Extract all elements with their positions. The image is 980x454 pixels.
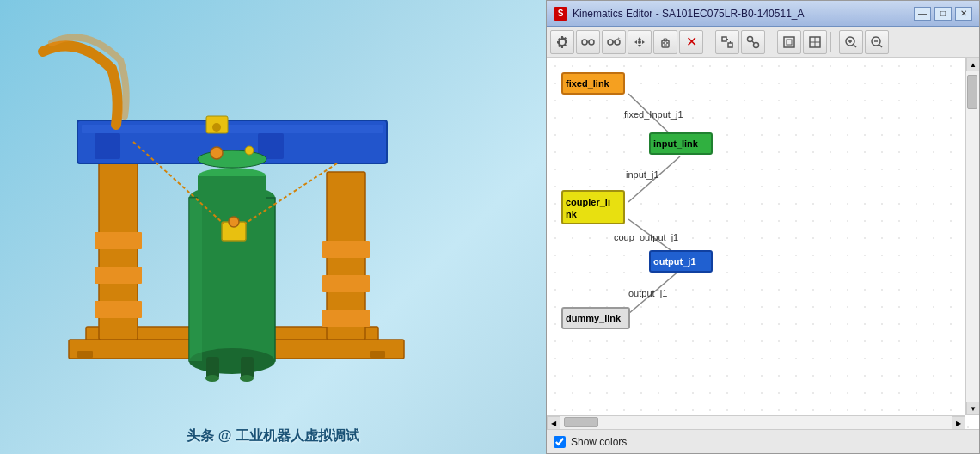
svg-text:fixed_link: fixed_link — [566, 78, 610, 89]
zoom-in-button[interactable] — [839, 30, 863, 54]
svg-rect-2 — [77, 351, 93, 358]
svg-text:fixed_Input_j1: fixed_Input_j1 — [624, 109, 683, 120]
svg-point-28 — [240, 375, 254, 382]
svg-rect-14 — [95, 133, 120, 159]
svg-line-61 — [854, 45, 856, 47]
svg-point-42 — [638, 40, 641, 44]
show-colors-checkbox[interactable] — [554, 436, 566, 448]
graph-area[interactable]: fixed_Input_j1 input_j1 coup_output_j1 o… — [547, 58, 979, 429]
svg-rect-6 — [95, 232, 142, 249]
title-bar: S Kinematics Editor - SA101EC075LR-B0-14… — [547, 1, 979, 27]
svg-rect-68 — [547, 58, 979, 429]
svg-point-33 — [245, 146, 254, 155]
robot-button[interactable] — [653, 30, 677, 54]
restore-button[interactable]: □ — [934, 7, 952, 21]
svg-rect-23 — [198, 176, 266, 202]
svg-text:input_j1: input_j1 — [626, 169, 659, 180]
scroll-up-arrow[interactable]: ▲ — [966, 58, 979, 71]
svg-text:coupler_li: coupler_li — [566, 197, 610, 207]
svg-rect-77 — [562, 73, 624, 94]
viewport-3d[interactable]: 头条 @ 工业机器人虚拟调试 — [0, 0, 546, 454]
add-link2-button[interactable]: + — [602, 30, 626, 54]
svg-rect-3 — [370, 351, 385, 358]
svg-point-27 — [205, 375, 219, 382]
joint2-button[interactable] — [741, 30, 765, 54]
kinematics-editor: S Kinematics Editor - SA101EC075LR-B0-14… — [546, 0, 980, 454]
move-button[interactable] — [628, 30, 652, 54]
vertical-scrollbar[interactable]: ▲ ▼ — [965, 58, 979, 415]
svg-text:output_j1: output_j1 — [653, 256, 696, 267]
horizontal-scrollbar[interactable]: ◀ ▶ — [547, 415, 965, 429]
scroll-left-arrow[interactable]: ◀ — [547, 416, 560, 429]
svg-point-36 — [589, 40, 594, 45]
svg-text:output_j1: output_j1 — [628, 288, 667, 298]
svg-rect-79 — [650, 133, 712, 154]
svg-text:input_link: input_link — [653, 138, 699, 149]
svg-text:nk: nk — [566, 209, 578, 219]
svg-line-70 — [628, 156, 680, 202]
svg-text:+: + — [617, 35, 621, 40]
svg-line-65 — [879, 45, 882, 47]
status-bar: Show colors — [547, 429, 979, 453]
scroll-down-arrow[interactable]: ▼ — [966, 402, 979, 415]
svg-point-52 — [748, 36, 753, 41]
svg-rect-10 — [322, 275, 370, 292]
svg-rect-84 — [650, 251, 712, 272]
svg-point-53 — [754, 42, 759, 47]
svg-rect-49 — [728, 43, 732, 47]
svg-line-54 — [752, 41, 754, 43]
svg-point-46 — [666, 42, 668, 44]
svg-text:dummy_link: dummy_link — [566, 313, 622, 323]
minimize-button[interactable]: — — [914, 7, 931, 21]
title-bar-left: S Kinematics Editor - SA101EC075LR-B0-14… — [554, 7, 804, 21]
svg-point-32 — [211, 147, 223, 159]
delete-button[interactable]: ✕ — [679, 30, 703, 54]
joint1-button[interactable] — [715, 30, 739, 54]
add-link-button[interactable] — [576, 30, 600, 54]
svg-line-72 — [628, 270, 680, 314]
svg-rect-86 — [562, 308, 629, 328]
scroll-thumb-h[interactable] — [564, 417, 598, 427]
svg-point-24 — [198, 150, 266, 168]
svg-rect-11 — [322, 310, 370, 327]
watermark: 头条 @ 工业机器人虚拟调试 — [187, 427, 359, 445]
svg-point-35 — [582, 40, 587, 45]
title-text: Kinematics Editor - SA101EC075LR-B0-1405… — [573, 8, 804, 20]
svg-point-38 — [608, 40, 613, 45]
zoom-out-button[interactable] — [865, 30, 889, 54]
svg-rect-81 — [562, 191, 624, 224]
settings-button[interactable] — [550, 30, 574, 54]
svg-point-17 — [212, 123, 221, 132]
app-icon: S — [554, 7, 567, 21]
svg-rect-13 — [82, 125, 383, 133]
close-button[interactable]: ✕ — [955, 7, 972, 21]
svg-rect-56 — [787, 40, 792, 45]
svg-line-71 — [628, 219, 680, 257]
svg-rect-21 — [189, 198, 202, 361]
scroll-thumb-v[interactable] — [967, 75, 977, 109]
svg-rect-8 — [95, 301, 142, 318]
svg-rect-55 — [784, 37, 794, 47]
frame2-button[interactable] — [803, 30, 827, 54]
svg-rect-48 — [722, 37, 726, 41]
svg-line-69 — [628, 94, 680, 144]
svg-point-45 — [663, 42, 665, 44]
show-colors-label[interactable]: Show colors — [571, 436, 627, 448]
frame1-button[interactable] — [777, 30, 801, 54]
svg-point-34 — [229, 217, 239, 227]
toolbar: + ✕ — [547, 27, 979, 58]
title-buttons: — □ ✕ — [914, 7, 972, 21]
svg-rect-7 — [95, 267, 142, 284]
svg-rect-9 — [322, 241, 370, 258]
svg-text:coup_output_j1: coup_output_j1 — [614, 232, 678, 242]
scroll-right-arrow[interactable]: ▶ — [952, 416, 965, 429]
